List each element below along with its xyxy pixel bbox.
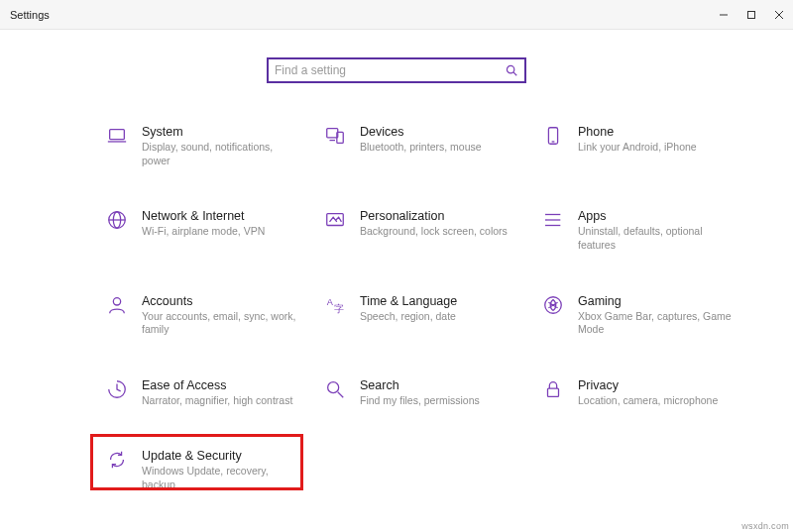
tile-title: Network & Internet bbox=[142, 209, 265, 223]
tile-subtitle: Your accounts, email, sync, work, family bbox=[142, 310, 300, 337]
ease-of-access-icon bbox=[106, 378, 128, 400]
svg-rect-29 bbox=[548, 388, 559, 396]
tile-system[interactable]: System Display, sound, notifications, po… bbox=[104, 123, 302, 169]
tile-network[interactable]: Network & Internet Wi-Fi, airplane mode,… bbox=[104, 207, 302, 254]
tile-title: System bbox=[142, 125, 300, 139]
tile-subtitle: Wi-Fi, airplane mode, VPN bbox=[142, 225, 265, 239]
svg-text:字: 字 bbox=[334, 303, 344, 314]
tile-title: Time & Language bbox=[360, 294, 457, 308]
search-placeholder: Find a setting bbox=[275, 63, 505, 77]
svg-line-28 bbox=[338, 392, 344, 398]
tile-title: Search bbox=[360, 378, 480, 392]
tile-title: Devices bbox=[360, 125, 482, 139]
update-icon bbox=[106, 449, 128, 471]
svg-rect-8 bbox=[327, 129, 338, 138]
svg-point-20 bbox=[545, 214, 546, 215]
svg-rect-6 bbox=[110, 130, 125, 140]
tile-subtitle: Narrator, magnifier, high contrast bbox=[142, 394, 292, 408]
tile-subtitle: Bluetooth, printers, mouse bbox=[360, 141, 482, 155]
titlebar: Settings bbox=[0, 0, 793, 30]
tile-privacy[interactable]: Privacy Location, camera, microphone bbox=[540, 376, 738, 410]
svg-point-22 bbox=[545, 225, 546, 226]
tile-subtitle: Display, sound, notifications, power bbox=[142, 141, 300, 167]
tile-accounts[interactable]: Accounts Your accounts, email, sync, wor… bbox=[104, 292, 302, 339]
tile-title: Update & Security bbox=[142, 449, 300, 463]
minimize-icon bbox=[719, 10, 729, 20]
tile-subtitle: Windows Update, recovery, backup bbox=[142, 465, 300, 491]
tile-devices[interactable]: Devices Bluetooth, printers, mouse bbox=[322, 123, 520, 169]
paint-icon bbox=[324, 209, 346, 231]
svg-point-21 bbox=[545, 220, 546, 221]
tile-title: Apps bbox=[578, 209, 736, 223]
close-icon bbox=[774, 10, 784, 20]
tile-gaming[interactable]: Gaming Xbox Game Bar, captures, Game Mod… bbox=[540, 292, 738, 339]
apps-icon bbox=[542, 209, 564, 231]
tile-subtitle: Speech, region, date bbox=[360, 310, 457, 324]
tile-title: Privacy bbox=[578, 378, 718, 392]
svg-point-23 bbox=[113, 297, 120, 304]
phone-icon bbox=[542, 125, 564, 147]
tile-ease-of-access[interactable]: Ease of Access Narrator, magnifier, high… bbox=[104, 376, 302, 410]
settings-grid: System Display, sound, notifications, po… bbox=[104, 123, 793, 494]
tile-subtitle: Xbox Game Bar, captures, Game Mode bbox=[578, 310, 736, 337]
tile-update-security[interactable]: Update & Security Windows Update, recove… bbox=[104, 447, 302, 493]
svg-text:A: A bbox=[327, 297, 334, 307]
tile-title: Personalization bbox=[360, 209, 508, 223]
globe-icon bbox=[106, 209, 128, 231]
minimize-button[interactable] bbox=[710, 0, 737, 30]
search-tile-icon bbox=[324, 378, 346, 400]
watermark: wsxdn.com bbox=[741, 521, 789, 531]
tile-phone[interactable]: Phone Link your Android, iPhone bbox=[540, 123, 738, 169]
svg-line-5 bbox=[513, 72, 516, 75]
svg-point-27 bbox=[328, 382, 339, 393]
tile-time-language[interactable]: A字 Time & Language Speech, region, date bbox=[322, 292, 520, 339]
language-icon: A字 bbox=[324, 294, 346, 316]
search-input[interactable]: Find a setting bbox=[267, 57, 526, 83]
laptop-icon bbox=[106, 125, 128, 147]
search-icon bbox=[505, 63, 518, 77]
tile-subtitle: Find my files, permissions bbox=[360, 394, 480, 408]
tile-subtitle: Uninstall, defaults, optional features bbox=[578, 225, 736, 252]
tile-subtitle: Link your Android, iPhone bbox=[578, 141, 697, 155]
gaming-icon bbox=[542, 294, 564, 316]
search-container: Find a setting bbox=[0, 57, 793, 83]
close-button[interactable] bbox=[765, 0, 793, 30]
tile-title: Phone bbox=[578, 125, 697, 139]
svg-rect-1 bbox=[748, 11, 755, 18]
tile-title: Ease of Access bbox=[142, 378, 292, 392]
devices-icon bbox=[324, 125, 346, 147]
maximize-button[interactable] bbox=[737, 0, 765, 30]
tile-search[interactable]: Search Find my files, permissions bbox=[322, 376, 520, 410]
tile-title: Gaming bbox=[578, 294, 736, 308]
tile-apps[interactable]: Apps Uninstall, defaults, optional featu… bbox=[540, 207, 738, 254]
svg-point-4 bbox=[507, 65, 513, 72]
tile-subtitle: Background, lock screen, colors bbox=[360, 225, 508, 239]
lock-icon bbox=[542, 378, 564, 400]
maximize-icon bbox=[746, 10, 756, 20]
person-icon bbox=[106, 294, 128, 316]
tile-subtitle: Location, camera, microphone bbox=[578, 394, 718, 408]
window-title: Settings bbox=[0, 9, 50, 21]
tile-title: Accounts bbox=[142, 294, 300, 308]
tile-personalization[interactable]: Personalization Background, lock screen,… bbox=[322, 207, 520, 254]
